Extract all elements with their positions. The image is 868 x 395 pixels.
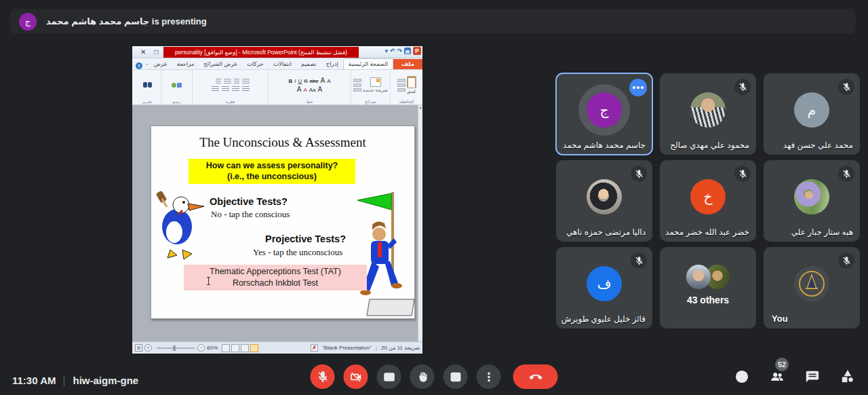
captions-button[interactable]: CC bbox=[377, 364, 401, 389]
align-left-icon[interactable] bbox=[222, 86, 229, 92]
zoom-in-icon[interactable]: + bbox=[144, 344, 152, 352]
redo-icon[interactable]: ↷ bbox=[397, 48, 402, 54]
shrink-font-button[interactable]: A bbox=[327, 78, 330, 84]
dropdown-icon[interactable]: ▾ bbox=[384, 48, 388, 54]
participant-name: You bbox=[772, 314, 788, 324]
ribbon-group-paragraph: فقرة bbox=[192, 70, 268, 105]
participant-tile[interactable]: هبه ستار جبار علي bbox=[764, 160, 860, 242]
cut-icon[interactable] bbox=[397, 79, 406, 82]
text-cursor bbox=[208, 277, 209, 285]
save-icon[interactable] bbox=[404, 48, 411, 54]
tab-slideshow[interactable]: عرض الشرائح bbox=[199, 59, 242, 69]
section-icon[interactable] bbox=[353, 88, 361, 92]
end-call-button[interactable] bbox=[513, 364, 558, 389]
avatar-photo bbox=[690, 92, 726, 128]
strikethrough-button[interactable]: abc bbox=[310, 78, 319, 84]
dodo-cartoon bbox=[154, 187, 208, 262]
highlight-button[interactable]: A bbox=[303, 87, 307, 93]
activities-button[interactable] bbox=[840, 369, 856, 385]
undo-icon[interactable]: ↶ bbox=[390, 48, 395, 54]
more-options-button[interactable] bbox=[477, 364, 501, 389]
fit-to-window-icon[interactable]: ⊞ bbox=[135, 344, 142, 352]
help-icon[interactable]: ? bbox=[136, 62, 142, 69]
indent-icon[interactable] bbox=[224, 79, 231, 84]
tab-design[interactable]: تصميم bbox=[296, 59, 321, 69]
tab-view[interactable]: عرض bbox=[149, 59, 172, 69]
new-slide-button[interactable]: شريحة جديدة bbox=[363, 77, 387, 93]
reset-icon[interactable] bbox=[353, 83, 361, 87]
slide-scrollbar[interactable]: ▲ bbox=[418, 105, 422, 341]
camera-toggle-button[interactable] bbox=[344, 364, 368, 389]
slide-question-box: How can we assess personality? (i.e., th… bbox=[189, 159, 355, 184]
align-center-icon[interactable] bbox=[232, 86, 239, 92]
ppt-status-bar: ⊞ + − 60% ✗ "Blank Presentation" | شريحة… bbox=[132, 341, 422, 354]
participants-button[interactable]: 52 bbox=[769, 369, 785, 385]
participant-tile[interactable]: م محمد علي حسن فهد bbox=[764, 73, 860, 155]
spellcheck-icon[interactable]: ✗ bbox=[311, 344, 318, 352]
shadow-button[interactable]: S bbox=[304, 78, 307, 84]
participant-count-badge: 52 bbox=[775, 358, 789, 371]
mic-off-icon bbox=[734, 166, 751, 182]
present-button[interactable] bbox=[443, 364, 468, 389]
format-painter-icon[interactable] bbox=[397, 88, 406, 92]
more-options-button[interactable] bbox=[629, 79, 647, 96]
clear-formatting-button[interactable]: A bbox=[318, 86, 323, 93]
meeting-info: 11:30 AM hiw-aigm-gne bbox=[12, 375, 138, 386]
tat-box: Thematic Apperceptions Test (TAT) Rorsch… bbox=[184, 265, 367, 290]
avatar: ف bbox=[587, 266, 622, 301]
mic-off-icon bbox=[838, 252, 854, 269]
participant-tile-others[interactable]: 43 others bbox=[660, 247, 756, 328]
justify-icon[interactable] bbox=[212, 86, 219, 92]
slide[interactable]: The Unconscious & Assessment How can we … bbox=[151, 126, 415, 319]
avatar-photo bbox=[794, 179, 829, 214]
reading-view-icon[interactable] bbox=[231, 344, 239, 352]
chat-button[interactable] bbox=[804, 369, 821, 385]
participant-tile[interactable]: محمود علي مهدي صالح bbox=[660, 73, 756, 155]
avatar-logo bbox=[794, 266, 829, 301]
numbering-icon[interactable] bbox=[234, 79, 239, 84]
info-button[interactable] bbox=[734, 369, 750, 385]
objective-tests-heading: Objective Tests? bbox=[210, 196, 288, 207]
participant-tile-presenter[interactable]: ج جاسم محمد هاشم محمد bbox=[556, 73, 652, 155]
tab-animations[interactable]: حركات bbox=[242, 59, 269, 69]
font-color-button[interactable]: A bbox=[297, 86, 302, 93]
mic-toggle-button[interactable] bbox=[311, 364, 335, 389]
change-case-button[interactable]: Aa bbox=[309, 87, 316, 93]
meeting-panels: 52 bbox=[734, 369, 856, 385]
raise-hand-button[interactable] bbox=[410, 364, 435, 389]
participant-tile[interactable]: ف فائز خليل عليوي طويرش bbox=[556, 247, 652, 328]
layout-icon[interactable] bbox=[353, 79, 361, 82]
paste-button[interactable]: لصق bbox=[407, 76, 416, 94]
bold-button[interactable]: B bbox=[288, 78, 292, 84]
zoom-slider[interactable] bbox=[157, 347, 195, 349]
zoom-out-icon[interactable]: − bbox=[197, 344, 205, 352]
ppt-maximize-button[interactable]: □ bbox=[154, 48, 158, 56]
underline-button[interactable]: U bbox=[298, 78, 302, 84]
tab-file[interactable]: ملف bbox=[393, 59, 422, 69]
tab-transitions[interactable]: انتقالات bbox=[269, 59, 296, 69]
participant-tile-you[interactable]: You bbox=[764, 247, 860, 328]
participant-tile[interactable]: داليا مرتضى حمزه ناهي bbox=[556, 160, 652, 242]
objective-tests-sub: No - tap the conscious bbox=[211, 209, 290, 220]
align-right-icon[interactable] bbox=[242, 86, 250, 92]
collapse-ribbon-icon[interactable]: ⌃ bbox=[145, 63, 149, 69]
copy-icon[interactable] bbox=[397, 83, 406, 87]
tab-insert[interactable]: إدراج bbox=[321, 59, 343, 69]
slideshow-view-icon[interactable] bbox=[222, 344, 230, 352]
sorter-view-icon[interactable] bbox=[241, 344, 249, 352]
grow-font-button[interactable]: A bbox=[321, 77, 326, 84]
projective-tests-sub: Yes - tap the unconscious bbox=[253, 247, 342, 258]
outdent-icon[interactable] bbox=[216, 79, 221, 84]
new-slide-icon bbox=[370, 77, 381, 87]
italic-button[interactable]: I bbox=[294, 78, 296, 84]
participant-tile[interactable]: خ خضر عبد الله خضر محمد bbox=[660, 160, 756, 242]
shapes-icon[interactable] bbox=[172, 83, 182, 88]
bullets-icon[interactable] bbox=[242, 79, 250, 84]
normal-view-icon[interactable] bbox=[250, 344, 258, 352]
tab-review[interactable]: مراجعة bbox=[172, 59, 199, 69]
ppt-close-button[interactable]: ✕ bbox=[140, 48, 146, 56]
cc-glyph: CC bbox=[386, 374, 393, 379]
tab-home[interactable]: الصفحة الرئيسية bbox=[343, 58, 393, 69]
find-icon[interactable] bbox=[143, 82, 152, 88]
ppt-theme-name: "Blank Presentation" bbox=[322, 345, 372, 351]
